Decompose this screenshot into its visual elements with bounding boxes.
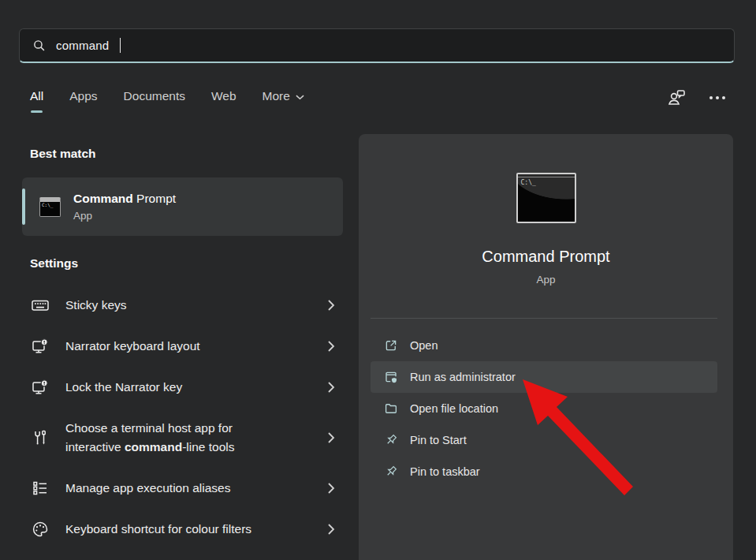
action-label: Open [410,339,438,352]
best-match-subtitle: App [73,210,176,222]
chevron-down-icon [296,94,304,100]
action-label: Pin to Start [410,434,467,446]
selection-indicator [22,189,25,225]
action-run-as-administrator[interactable]: Run as administrator [371,361,717,393]
tab-more[interactable]: More [263,89,304,113]
chevron-right-icon [327,381,335,394]
tab-apps[interactable]: Apps [69,89,97,113]
action-pin-to-start[interactable]: Pin to Start [371,424,717,456]
best-match-result-command-prompt[interactable]: C:\_ Command Prompt App [22,177,343,236]
ellipsis-icon[interactable] [709,95,726,100]
action-pin-to-taskbar[interactable]: Pin to taskbar [371,456,717,487]
search-input-value[interactable]: command [56,39,109,52]
divider [371,318,717,319]
preview-app-type: App [359,274,733,286]
chevron-right-icon [327,482,335,495]
action-label: Run as administrator [410,371,516,383]
setting-item-label: Narrator keyboard layout [65,337,311,356]
setting-item-label: Keyboard shortcut for colour filters [65,520,311,539]
settings-heading: Settings [30,256,343,271]
list-icon [30,479,50,498]
folder-icon [383,401,398,416]
setting-item-terminal-host-app[interactable]: Choose a terminal host app for interacti… [22,408,343,468]
setting-item-sticky-keys[interactable]: Sticky keys [22,285,343,326]
setting-item-label: Choose a terminal host app for interacti… [65,419,311,457]
setting-item-label: Manage app execution aliases [65,479,311,498]
command-prompt-app-icon: C:\_ [39,197,61,217]
action-open-file-location[interactable]: Open file location [371,393,717,424]
text-caret [120,38,121,53]
keyboard-icon [30,296,50,315]
narrator-icon [30,378,50,397]
setting-item-label: Lock the Narrator key [65,378,311,397]
action-label: Open file location [410,402,498,415]
setting-item-narrator-keyboard-layout[interactable]: Narrator keyboard layout [22,326,343,367]
search-icon [32,39,46,52]
narrator-icon [30,337,50,356]
pin-icon [383,465,398,479]
setting-item-colour-filters-shortcut[interactable]: Keyboard shortcut for colour filters [22,509,343,550]
admin-window-icon [383,370,398,384]
chevron-right-icon [327,340,335,353]
context-actions: Open Run as administrator Open file loca… [371,330,717,487]
tools-icon [30,428,50,447]
best-match-heading: Best match [30,147,343,161]
setting-item-app-execution-aliases[interactable]: Manage app execution aliases [22,468,343,509]
search-filter-tabs: All Apps Documents Web More [30,89,304,113]
search-box[interactable]: command [19,28,735,63]
tab-documents[interactable]: Documents [124,89,185,113]
palette-icon [30,520,50,539]
user-chat-icon[interactable] [666,88,687,107]
tab-web[interactable]: Web [211,89,236,113]
setting-item-lock-narrator-key[interactable]: Lock the Narrator key [22,367,343,408]
pin-icon [383,433,398,447]
tab-all[interactable]: All [30,89,43,113]
setting-item-label: Sticky keys [65,296,311,315]
chevron-right-icon [327,523,335,536]
best-match-title: Command Prompt [73,192,176,206]
preview-app-name: Command Prompt [359,248,733,266]
chevron-right-icon [327,299,335,312]
command-prompt-app-icon-large: C:\_ [516,173,576,223]
open-icon [383,338,398,353]
action-open[interactable]: Open [371,330,717,361]
action-label: Pin to taskbar [410,465,480,478]
chevron-right-icon [327,431,335,444]
preview-panel: C:\_ Command Prompt App Open [359,134,733,560]
